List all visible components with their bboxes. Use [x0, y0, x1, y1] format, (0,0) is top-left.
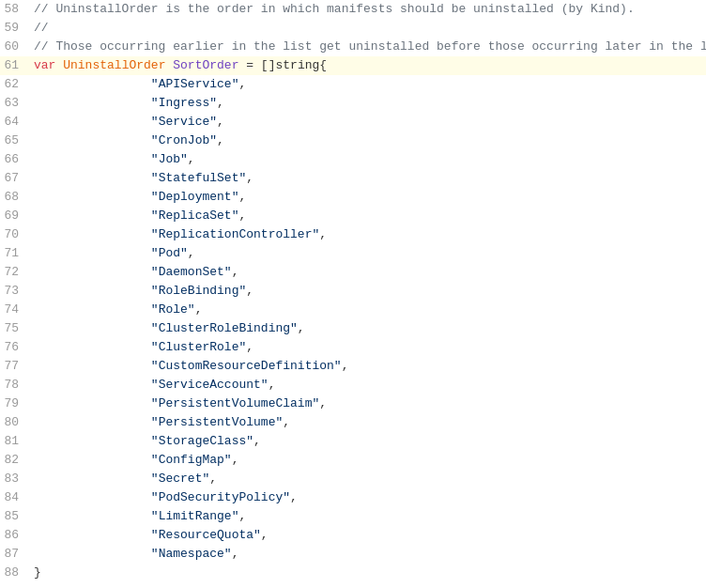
line-number: 61 [0, 56, 34, 75]
code-line: 69 "ReplicaSet", [0, 207, 706, 225]
line-number: 83 [0, 470, 34, 488]
keyword-token: var [34, 58, 55, 72]
line-content: "DaemonSet", [34, 263, 698, 282]
line-number: 78 [0, 376, 34, 395]
line-content: "Ingress", [34, 94, 698, 113]
code-line: 71 "Pod", [0, 244, 706, 263]
line-content: "Role", [34, 301, 698, 319]
line-number: 69 [0, 207, 34, 225]
plain-token [34, 246, 151, 260]
plain-token: , [246, 284, 253, 298]
code-line: 66 "Job", [0, 150, 706, 169]
plain-token [34, 96, 151, 110]
code-line: 78 "ServiceAccount", [0, 376, 706, 395]
line-content: "ReplicationController", [34, 225, 698, 244]
code-line: 76 "ClusterRole", [0, 338, 706, 357]
code-line: 60// Those occurring earlier in the list… [0, 38, 706, 56]
code-line: 81 "StorageClass", [0, 432, 706, 451]
string-token: "Ingress" [151, 96, 217, 110]
line-number: 86 [0, 526, 34, 545]
comment-token: // [34, 21, 49, 35]
line-number: 74 [0, 301, 34, 319]
plain-token: , [283, 415, 290, 429]
line-content: } [34, 564, 698, 582]
line-number: 75 [0, 319, 34, 338]
line-content: "StatefulSet", [34, 169, 698, 188]
plain-token: , [246, 171, 253, 185]
line-content: "ResourceQuota", [34, 526, 698, 545]
plain-token [34, 171, 151, 185]
string-token: "DaemonSet" [151, 265, 232, 279]
plain-token: , [238, 209, 246, 223]
plain-token [34, 209, 151, 223]
line-content: // [34, 19, 698, 38]
line-content: "ClusterRoleBinding", [34, 319, 698, 338]
code-line: 75 "ClusterRoleBinding", [0, 319, 706, 338]
plain-token: , [269, 378, 276, 392]
string-token: "Role" [151, 302, 195, 317]
line-content: "APIService", [34, 75, 698, 94]
string-token: "Namespace" [151, 547, 232, 561]
line-content: "CustomResourceDefinition", [34, 357, 698, 376]
code-line: 85 "LimitRange", [0, 507, 706, 526]
code-line: 59// [0, 19, 706, 38]
line-number: 76 [0, 338, 34, 357]
string-token: "LimitRange" [151, 509, 239, 523]
string-token: "ResourceQuota" [151, 528, 261, 542]
line-content: "ServiceAccount", [34, 376, 698, 395]
line-content: "Job", [34, 150, 698, 169]
code-line: 58// UninstallOrder is the order in whic… [0, 0, 706, 19]
plain-token [34, 509, 151, 523]
plain-token [34, 453, 151, 467]
code-line: 86 "ResourceQuota", [0, 526, 706, 545]
plain-token [34, 190, 151, 204]
line-number: 87 [0, 545, 34, 564]
line-content: "Namespace", [34, 545, 698, 564]
code-line: 84 "PodSecurityPolicy", [0, 488, 706, 507]
line-number: 60 [0, 38, 34, 56]
code-line: 61var UninstallOrder SortOrder = []strin… [0, 56, 706, 75]
plain-token: , [232, 265, 239, 279]
code-line: 77 "CustomResourceDefinition", [0, 357, 706, 376]
plain-token [34, 378, 151, 392]
code-line: 72 "DaemonSet", [0, 263, 706, 282]
line-content: "PersistentVolumeClaim", [34, 395, 698, 413]
plain-token: , [238, 77, 246, 91]
line-content: "ReplicaSet", [34, 207, 698, 225]
plain-token: , [238, 509, 246, 523]
string-token: "Secret" [151, 472, 209, 486]
line-content: // UninstallOrder is the order in which … [34, 0, 698, 19]
plain-token [34, 77, 151, 91]
line-content: "Service", [34, 113, 698, 132]
plain-token: , [319, 396, 327, 410]
code-line: 68 "Deployment", [0, 188, 706, 207]
line-number: 68 [0, 188, 34, 207]
line-number: 65 [0, 132, 34, 150]
plain-token [34, 265, 151, 279]
line-number: 62 [0, 75, 34, 94]
line-content: "ClusterRole", [34, 338, 698, 357]
plain-token: , [232, 453, 239, 467]
plain-token [34, 115, 151, 129]
plain-token: , [290, 490, 298, 504]
plain-token: , [217, 133, 224, 147]
line-content: "Deployment", [34, 188, 698, 207]
plain-token: , [188, 152, 195, 166]
plain-token [34, 340, 151, 354]
line-content: "PersistentVolume", [34, 413, 698, 432]
plain-token [34, 133, 151, 147]
string-token: "Job" [151, 152, 188, 166]
plain-token: , [253, 434, 261, 448]
plain-token [34, 434, 151, 448]
string-token: "ServiceAccount" [151, 378, 269, 392]
string-token: "StatefulSet" [151, 171, 246, 185]
code-line: 65 "CronJob", [0, 132, 706, 150]
code-line: 82 "ConfigMap", [0, 451, 706, 470]
plain-token [34, 284, 151, 298]
code-line: 88} [0, 564, 706, 582]
plain-token: , [232, 547, 239, 561]
line-number: 71 [0, 244, 34, 263]
string-token: "Deployment" [151, 190, 239, 204]
plain-token [34, 547, 151, 561]
code-line: 79 "PersistentVolumeClaim", [0, 395, 706, 413]
